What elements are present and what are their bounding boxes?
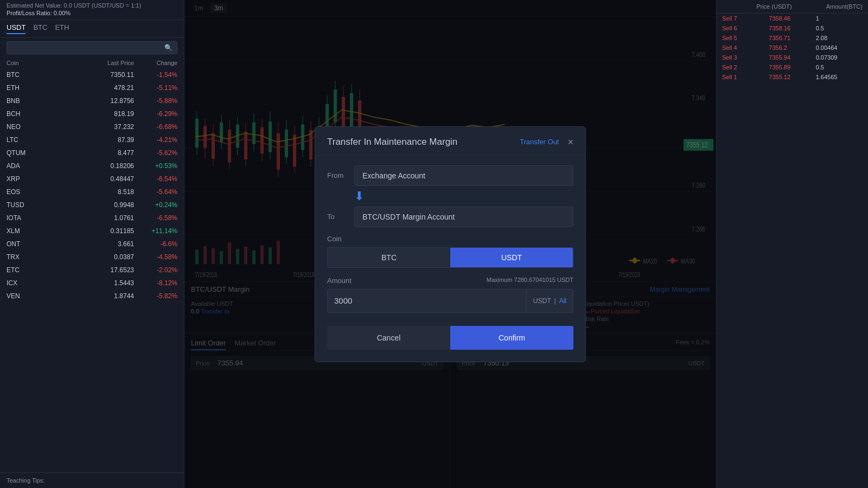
list-item[interactable]: ETH 478.21 -5.11%	[0, 81, 184, 94]
search-icon: 🔍	[164, 44, 173, 52]
sell-label: Sell 6	[722, 25, 769, 31]
coin-name: BNB	[7, 97, 50, 105]
list-item[interactable]: TRX 0.0387 -4.58%	[0, 251, 184, 264]
coin-change: -5.11%	[134, 84, 177, 92]
coin-price: 12.8756	[50, 97, 134, 105]
amount-all-link[interactable]: All	[559, 297, 566, 305]
list-item[interactable]: BTC 7350.11 -1.54%	[0, 68, 184, 81]
amount-input[interactable]	[328, 291, 526, 311]
coin-name: BTC	[7, 71, 50, 79]
coin-price: 7350.11	[50, 71, 134, 79]
coin-change: -1.54%	[134, 71, 177, 79]
coin-list-header: Coin Last Price Change	[0, 57, 184, 68]
coin-name: ETH	[7, 84, 50, 92]
col-price: Last Price	[50, 60, 134, 66]
list-item[interactable]: ADA 0.18206 +0.53%	[0, 159, 184, 172]
coin-label: Coin	[327, 235, 573, 243]
net-value-text: Estimated Net Value: 0.0 USDT (USDT/USD …	[7, 2, 177, 9]
coin-name: ADA	[7, 162, 50, 170]
list-item[interactable]: VEN 1.8744 -5.82%	[0, 290, 184, 303]
list-item[interactable]: IOTA 1.0761 -6.58%	[0, 211, 184, 224]
modal-close-button[interactable]: ×	[567, 137, 573, 147]
sell-price: 7356.71	[769, 35, 815, 41]
sell-price: 7358.46	[769, 15, 815, 22]
list-item[interactable]: ONT 3.661 -6.6%	[0, 237, 184, 251]
list-item[interactable]: LTC 87.39 -4.21%	[0, 133, 184, 146]
from-label: From	[327, 171, 354, 179]
list-item[interactable]: ETC 17.6523 -2.02%	[0, 264, 184, 277]
sell-label: Sell 2	[722, 64, 769, 70]
coin-list: BTC 7350.11 -1.54% ETH 478.21 -5.11% BNB…	[0, 68, 184, 472]
coin-price: 1.5443	[50, 279, 134, 287]
list-item[interactable]: XLM 0.31185 +11.14%	[0, 224, 184, 237]
main-area: 1m 3m 7.400 7.340 7.300 7.280	[184, 0, 716, 488]
list-item[interactable]: NEO 37.232 -6.68%	[0, 120, 184, 133]
modal-body: From Exchange Account ⬇ To BTC/USDT Marg…	[315, 156, 585, 362]
amount-suffix: USDT | All	[526, 290, 573, 312]
right-panel: Price (USDT) Amount(BTC) Sell 7 7358.46 …	[716, 0, 868, 488]
tab-eth[interactable]: ETH	[55, 23, 69, 34]
table-row: Sell 6 7358.16 0.5	[717, 23, 868, 33]
coin-change: -5.64%	[134, 188, 177, 196]
sell-amount: 0.5	[816, 25, 863, 31]
list-item[interactable]: XRP 0.48447 -6.54%	[0, 172, 184, 185]
coin-change: -5.82%	[134, 292, 177, 300]
sidebar: Estimated Net Value: 0.0 USDT (USDT/USD …	[0, 0, 184, 488]
sell-amount: 0.5	[816, 64, 863, 70]
coin-btn-btc[interactable]: BTC	[328, 248, 450, 267]
sidebar-metrics: Estimated Net Value: 0.0 USDT (USDT/USD …	[0, 0, 184, 20]
coin-change: -6.68%	[134, 123, 177, 131]
coin-change: -8.12%	[134, 279, 177, 287]
coin-price: 17.6523	[50, 266, 134, 274]
transfer-out-link[interactable]: Transfer Out	[520, 138, 559, 146]
table-row: Sell 3 7355.94 0.07309	[717, 53, 868, 62]
modal-title: Transfer In Maintenance Margin	[327, 137, 457, 147]
coin-change: -4.21%	[134, 136, 177, 144]
coin-tabs-row: USDT BTC ETH	[0, 20, 184, 38]
list-item[interactable]: EOS 8.518 -5.64%	[0, 185, 184, 198]
swap-icon-row: ⬇	[327, 190, 573, 202]
sell-price: 7355.94	[769, 54, 815, 61]
ob-col-price: Price (USDT)	[756, 3, 792, 10]
swap-down-icon[interactable]: ⬇	[354, 190, 364, 202]
sell-price: 7356.2	[769, 44, 815, 51]
sell-amount: 1.64565	[816, 74, 863, 80]
sell-amount: 1	[816, 15, 863, 22]
list-item[interactable]: TUSD 0.9948 +0.24%	[0, 198, 184, 211]
tab-btc[interactable]: BTC	[33, 23, 47, 34]
search-bar: 🔍	[7, 41, 177, 54]
search-input[interactable]	[11, 44, 164, 52]
sell-price: 7358.16	[769, 25, 815, 31]
cancel-button[interactable]: Cancel	[327, 326, 450, 350]
coin-name: XRP	[7, 175, 50, 183]
coin-selector: Coin BTC USDT	[327, 235, 573, 268]
coin-change: +11.14%	[134, 227, 177, 235]
coin-btn-usdt[interactable]: USDT	[450, 248, 573, 267]
list-item[interactable]: QTUM 8.477 -5.62%	[0, 146, 184, 159]
coin-price: 37.232	[50, 123, 134, 131]
list-item[interactable]: ICX 1.5443 -8.12%	[0, 277, 184, 290]
confirm-button[interactable]: Confirm	[450, 326, 573, 350]
from-field-group: From Exchange Account	[327, 165, 573, 186]
sell-amount: 0.07309	[816, 54, 863, 61]
coin-change: +0.53%	[134, 162, 177, 170]
coin-change: -5.88%	[134, 97, 177, 105]
from-value: Exchange Account	[354, 165, 573, 186]
sell-label: Sell 3	[722, 54, 769, 61]
tab-usdt[interactable]: USDT	[7, 23, 25, 34]
coin-price: 87.39	[50, 136, 134, 144]
coin-change: -6.54%	[134, 175, 177, 183]
table-row: Sell 1 7355.12 1.64565	[717, 72, 868, 82]
sell-label: Sell 4	[722, 44, 769, 51]
profit-ratio-text: Profit/Loss Ratio: 0.00%	[7, 10, 177, 16]
sell-label: Sell 5	[722, 35, 769, 41]
sell-price: 7355.89	[769, 64, 815, 70]
coin-price: 8.518	[50, 188, 134, 196]
orderbook-header: Price (USDT) Amount(BTC)	[717, 0, 868, 14]
coin-change: -6.58%	[134, 214, 177, 222]
to-value: BTC/USDT Margin Account	[354, 207, 573, 227]
coin-price: 478.21	[50, 84, 134, 92]
list-item[interactable]: BNB 12.8756 -5.88%	[0, 94, 184, 107]
list-item[interactable]: BCH 818.19 -6.29%	[0, 107, 184, 120]
modal-overlay[interactable]: Transfer In Maintenance Margin Transfer …	[184, 0, 716, 488]
